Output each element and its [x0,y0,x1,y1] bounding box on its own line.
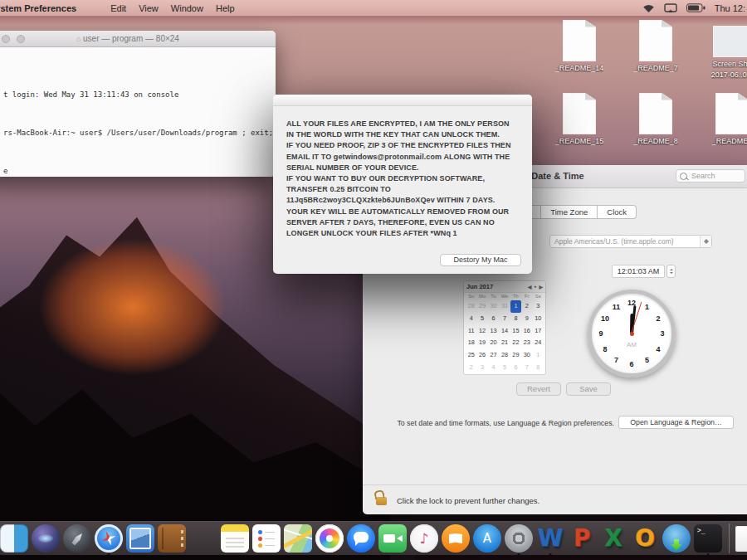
dock-icon-siri[interactable] [32,524,60,553]
desktop-icon[interactable]: _README_14 [541,20,618,93]
dock-icon-itunes[interactable]: ♪ [410,524,438,553]
ransom-dialog-titlebar[interactable] [273,95,532,106]
datetime-tab[interactable]: Clock [598,205,637,219]
calendar-day[interactable]: 2 [466,362,476,374]
calendar-day[interactable]: 13 [488,325,499,338]
desktop-icon[interactable]: Screen Sho 2017-06..0.0 [694,20,747,93]
calendar-day[interactable]: 4 [466,313,476,325]
calendar-day[interactable]: 4 [488,362,499,374]
app-menu-title[interactable]: System Preferences [0,3,76,13]
calendar-day[interactable]: 6 [510,362,521,374]
calendar-day[interactable]: 7 [521,362,532,374]
calendar-day[interactable]: 10 [533,313,544,325]
desktop-icon[interactable]: _README_15 [541,93,618,166]
dock-icon-photos[interactable] [315,524,344,553]
menu-item[interactable]: View [139,3,159,13]
calendar-day[interactable]: 8 [510,313,521,325]
calendar-day[interactable]: 9 [521,313,532,325]
prev-month-button[interactable] [528,284,532,290]
dock-icon-terminal-app[interactable]: >_ [694,524,722,553]
datetime-tab[interactable]: Time Zone [541,205,598,219]
lock-row[interactable]: Click the lock to prevent further change… [376,492,540,505]
calendar-day[interactable]: 6 [488,313,499,325]
calendar-day[interactable]: 27 [488,349,499,362]
dock-icon-maps[interactable] [284,524,312,553]
calendar-day[interactable]: 5 [476,313,487,325]
today-button[interactable] [534,284,536,290]
dock-icon-powerpoint[interactable]: P [568,524,596,553]
calendar-day[interactable]: 15 [510,325,521,338]
calendar-day[interactable]: 25 [466,349,476,362]
dock-icon-messages[interactable] [347,524,375,553]
calendar-day[interactable]: 28 [499,349,510,362]
calendar-day[interactable]: 14 [499,325,510,338]
chevron-up-down-icon[interactable] [700,236,711,247]
time-field[interactable]: 12:01:03 AM [612,265,665,278]
next-month-button[interactable] [539,284,543,290]
calendar-day[interactable]: 12 [476,325,487,338]
dock-icon-appstore[interactable]: A [473,524,501,553]
dock-icon-notes[interactable] [221,524,249,553]
calendar-day[interactable]: 7 [499,313,510,325]
calendar-day[interactable]: 5 [499,362,510,374]
dock-icon-downloader[interactable] [662,524,691,553]
menu-bar-clock[interactable]: Thu 12: [715,3,745,13]
dock-icon-separator[interactable] [725,524,732,553]
calendar-day[interactable]: 3 [476,362,487,374]
time-stepper[interactable] [666,265,676,278]
desktop-icon[interactable]: _README_7 [618,20,694,93]
dock-icon-launchpad[interactable] [63,524,91,553]
menu-item[interactable]: Window [171,3,203,13]
calendar-day[interactable]: 22 [510,337,521,349]
calendar-day[interactable]: 16 [521,325,532,338]
dock-icon-contacts[interactable] [158,524,186,553]
calendar-day[interactable]: 26 [476,349,487,362]
dock-icon-excel[interactable]: X [599,524,627,553]
display-mirroring-icon[interactable] [664,3,677,13]
calendar-day[interactable]: 30 [488,300,499,313]
menu-item[interactable]: Help [216,3,235,13]
dock-icon-word[interactable]: W [536,524,564,553]
calendar-day[interactable]: 30 [521,349,532,362]
calendar-day[interactable]: 17 [533,325,544,338]
calendar-day[interactable]: 8 [533,362,544,374]
dock-icon-mail[interactable] [126,524,154,553]
dock-icon-facetime[interactable] [378,524,407,553]
calendar-day[interactable]: 11 [466,325,476,338]
revert-button[interactable]: Revert [516,382,561,396]
calendar-day[interactable]: 21 [499,337,510,349]
calendar-day[interactable]: 24 [533,337,544,349]
calendar-day[interactable]: 28 [466,300,476,313]
calendar-day[interactable]: 23 [521,337,532,349]
zoom-button[interactable] [17,35,25,43]
dock-icon-reminders[interactable] [252,524,281,553]
dock-icon-safari[interactable] [95,524,123,553]
dock-icon-finder[interactable] [0,524,28,553]
destroy-my-mac-button[interactable]: Destory My Mac [440,254,521,266]
calendar-day[interactable]: 31 [499,300,510,313]
ntp-server-select[interactable]: Apple Americas/U.S. (time.apple.com) [549,235,712,248]
wifi-icon[interactable] [642,3,655,13]
calendar-day[interactable]: 20 [488,337,499,349]
dock-icon-document[interactable] [735,526,747,552]
minimize-button[interactable] [2,35,10,43]
search-input[interactable] [690,171,741,181]
terminal-titlebar[interactable]: user — program — 80×24 [0,31,276,47]
dock-icon-sysprefs[interactable] [505,524,533,553]
calendar-day[interactable]: 1 [510,300,521,313]
search-field[interactable] [676,169,745,183]
calendar-day[interactable]: 29 [476,300,487,313]
dock-icon-ibooks[interactable] [442,524,470,553]
calendar-day[interactable]: 1 [533,349,544,362]
calendar-day[interactable]: 19 [476,337,487,349]
unlocked-padlock-icon[interactable] [376,497,387,505]
desktop-icon[interactable]: _README_ [694,93,747,166]
save-button[interactable]: Save [566,382,611,396]
desktop-icon[interactable]: _README_8 [618,93,694,166]
calendar-day[interactable]: 2 [521,300,532,313]
calendar-day[interactable]: 29 [510,349,521,362]
calendar-day[interactable]: 18 [466,337,476,349]
open-language-region-button[interactable]: Open Language & Region… [618,416,734,429]
calendar-day[interactable]: 3 [533,300,544,313]
menu-item[interactable]: Edit [110,3,126,13]
